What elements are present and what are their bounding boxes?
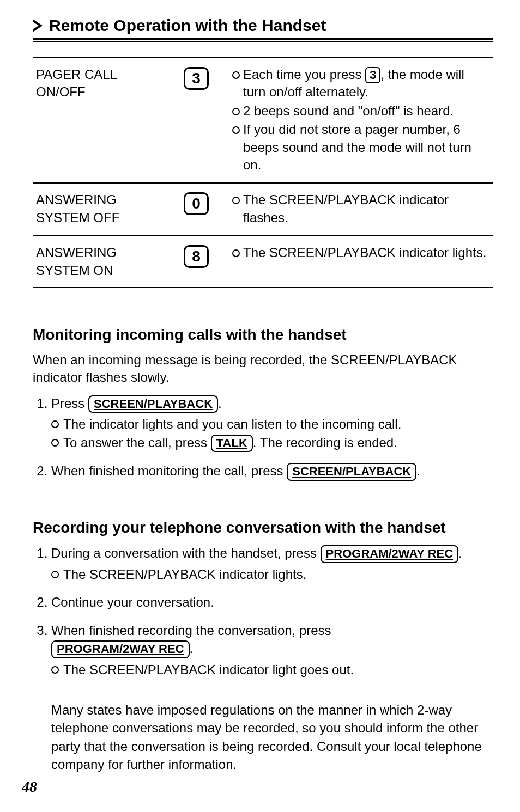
table-row: PAGER CALL ON/OFF 3 Each time you press … (33, 58, 493, 183)
monitoring-steps: Press SCREEN/PLAYBACK. The indicator lig… (33, 394, 493, 481)
table-row: ANSWERING SYSTEM ON 8 The SCREEN/PLAYBAC… (33, 236, 493, 288)
program-2way-rec-button-label: PROGRAM/2WAY REC (321, 545, 459, 563)
row-desc: Each time you press 3, the mode will tur… (229, 58, 493, 183)
keycap-3: 3 (184, 67, 209, 90)
list-item: The SCREEN/PLAYBACK indicator lights. (51, 565, 493, 584)
recording-steps: During a conversation with the handset, … (33, 544, 493, 679)
title-underline (33, 38, 493, 42)
list-item: Each time you press 3, the mode will tur… (232, 66, 489, 101)
page-number: 48 (22, 778, 37, 796)
list-item: The SCREEN/PLAYBACK indicator light goes… (51, 661, 493, 679)
row-label: ANSWERING SYSTEM ON (33, 236, 164, 288)
keycap-8: 8 (184, 245, 209, 268)
row-key-cell: 8 (164, 236, 229, 288)
screen-playback-button-label: SCREEN/PLAYBACK (287, 463, 416, 481)
row-desc: The SCREEN/PLAYBACK indicator flashes. (229, 183, 493, 236)
remote-operation-table: PAGER CALL ON/OFF 3 Each time you press … (33, 57, 493, 288)
list-item: The SCREEN/PLAYBACK indicator flashes. (232, 191, 489, 227)
page-title-row: Remote Operation with the Handset (33, 16, 493, 35)
table-row: ANSWERING SYSTEM OFF 0 The SCREEN/PLAYBA… (33, 183, 493, 236)
section-heading-recording: Recording your telephone conversation wi… (33, 519, 493, 536)
list-item: Continue your conversation. (51, 593, 493, 612)
list-item: When finished monitoring the call, press… (51, 462, 493, 481)
list-item: Press SCREEN/PLAYBACK. The indicator lig… (51, 394, 493, 453)
row-key-cell: 3 (164, 58, 229, 183)
arrow-right-icon (33, 19, 43, 32)
list-item: To answer the call, press TALK. The reco… (51, 434, 493, 453)
page-title: Remote Operation with the Handset (49, 16, 326, 35)
row-desc: The SCREEN/PLAYBACK indicator lights. (229, 236, 493, 288)
list-item: When finished recording the conversation… (51, 621, 493, 679)
screen-playback-button-label: SCREEN/PLAYBACK (88, 395, 218, 413)
regulatory-note: Many states have imposed regulations on … (33, 701, 493, 774)
program-2way-rec-button-label: PROGRAM/2WAY REC (51, 640, 190, 658)
section-intro: When an incoming message is being record… (33, 351, 493, 387)
row-key-cell: 0 (164, 183, 229, 236)
section-heading-monitoring: Monitoring incoming calls with the hands… (33, 326, 493, 344)
talk-button-label: TALK (211, 435, 253, 453)
list-item: During a conversation with the handset, … (51, 544, 493, 583)
list-item: The SCREEN/PLAYBACK indicator lights. (232, 244, 489, 261)
row-label: PAGER CALL ON/OFF (33, 58, 164, 183)
list-item: 2 beeps sound and "on/off" is heard. (232, 102, 489, 120)
keycap-0: 0 (184, 192, 209, 215)
row-label: ANSWERING SYSTEM OFF (33, 183, 164, 236)
keycap-3-inline: 3 (365, 67, 380, 83)
list-item: The indicator lights and you can listen … (51, 415, 493, 434)
list-item: If you did not store a pager number, 6 b… (232, 121, 489, 174)
